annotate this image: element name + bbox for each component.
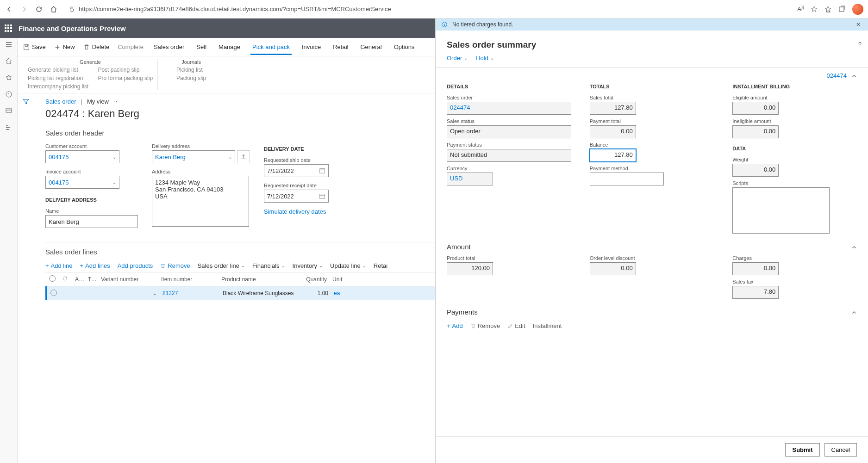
- profile-avatar[interactable]: [852, 4, 863, 15]
- favorites-bar-icon[interactable]: [824, 6, 832, 13]
- sales-order-summary-panel: No tiered charges found. ✕ ? Sales order…: [435, 19, 868, 38]
- read-aloud-icon[interactable]: A)): [797, 5, 804, 12]
- favorite-icon[interactable]: [811, 6, 818, 13]
- lock-icon: [69, 6, 75, 12]
- notice-bar: No tiered charges found. ✕: [436, 19, 868, 31]
- home-button[interactable]: [49, 5, 58, 14]
- app-launcher-icon[interactable]: [5, 25, 12, 32]
- collections-icon[interactable]: [838, 6, 846, 13]
- svg-rect-0: [70, 9, 74, 11]
- info-icon: [441, 21, 448, 28]
- forward-button[interactable]: [19, 5, 29, 14]
- url-text: https://comme2e-tie-ring2a9136f7d174e86d…: [79, 6, 391, 12]
- panel-title: Sales order summary: [436, 31, 868, 38]
- close-notice-button[interactable]: ✕: [854, 21, 862, 28]
- refresh-button[interactable]: [34, 5, 44, 14]
- app-title: Finance and Operations Preview: [19, 25, 126, 32]
- browser-icons: A)): [797, 4, 863, 15]
- svg-rect-1: [839, 7, 844, 12]
- back-button[interactable]: [5, 5, 14, 14]
- url-bar[interactable]: https://comme2e-tie-ring2a9136f7d174e86d…: [64, 4, 792, 14]
- browser-chrome: https://comme2e-tie-ring2a9136f7d174e86d…: [0, 0, 868, 19]
